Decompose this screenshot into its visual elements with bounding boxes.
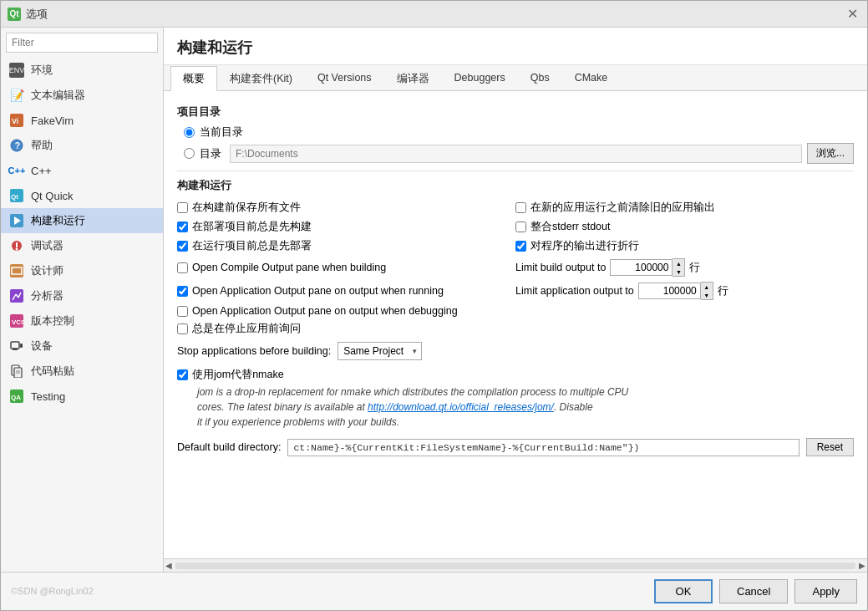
jom-desc1-text: jom is a drop-in replacement for nmake w… (197, 386, 628, 398)
svg-text:QA: QA (11, 394, 21, 401)
sidebar-item-codepaste[interactable]: 代码粘贴 (1, 359, 163, 384)
cb-ask-before-stop[interactable] (177, 323, 188, 334)
svg-text:?: ? (15, 140, 21, 150)
sidebar-item-text-editor[interactable]: 📝 文本编辑器 (1, 83, 163, 108)
sidebar-label-help: 帮助 (31, 138, 53, 153)
tab-compilers[interactable]: 编译器 (384, 66, 442, 91)
limit-app-arrows: ▲ ▼ (701, 282, 713, 300)
radio-current-dir[interactable] (184, 127, 195, 138)
scroll-track[interactable] (175, 563, 855, 569)
stop-apps-dropdown-wrap: Same Project All None (338, 342, 422, 360)
sidebar-item-env[interactable]: ENV 环境 (1, 58, 163, 83)
cb-save-before-build-label: 在构建前保存所有文件 (192, 201, 301, 215)
limit-build-down[interactable]: ▼ (673, 267, 684, 276)
scroll-right-arrow[interactable]: ▶ (859, 561, 865, 570)
sidebar-label-cpp: C++ (31, 165, 52, 177)
codepaste-icon (9, 364, 24, 379)
check-open-compile-output: Open Compile Output pane when building (177, 256, 515, 279)
sidebar-item-designer[interactable]: 设计师 (1, 258, 163, 283)
limit-build-label: Limit build output to (515, 262, 606, 273)
sidebar-item-testing[interactable]: QA Testing (1, 384, 163, 409)
cb-clear-output[interactable] (515, 202, 526, 213)
apply-button[interactable]: Apply (794, 579, 857, 603)
empty-right (515, 303, 854, 319)
limit-app-suffix: 行 (718, 284, 728, 298)
sidebar-label-devices: 设备 (31, 339, 53, 354)
cb-build-before-deploy[interactable] (177, 221, 188, 232)
cb-run-before-deploy[interactable] (177, 241, 188, 252)
dialog-title: 选项 (26, 7, 48, 22)
sidebar-item-vcs[interactable]: VCS 版本控制 (1, 308, 163, 334)
svg-text:Vi: Vi (12, 117, 18, 125)
close-button[interactable]: ✕ (844, 6, 860, 23)
jom-url-link[interactable]: http://download.qt.io/official_releases/… (368, 401, 554, 413)
cb-open-app-output-running-label: Open Application Output pane on output w… (192, 285, 444, 297)
ok-button[interactable]: OK (654, 579, 713, 603)
horizontal-scrollbar: ◀ ▶ (164, 558, 867, 572)
sidebar-item-buildrun[interactable]: 构建和运行 (1, 208, 163, 233)
limit-app-input[interactable] (638, 283, 701, 299)
sidebar-item-devices[interactable]: 设备 (1, 334, 163, 359)
jom-desc1: jom is a drop-in replacement for nmake w… (197, 386, 628, 398)
limit-app-up[interactable]: ▲ (701, 283, 713, 291)
tab-cmake[interactable]: CMake (562, 66, 621, 91)
check-use-jom: 使用jom代替nmake (177, 365, 854, 384)
cb-open-app-output-debugging[interactable] (177, 306, 188, 317)
project-dir-title: 项目目录 (177, 104, 854, 120)
sidebar-item-debugger[interactable]: 调试器 (1, 233, 163, 258)
cancel-button[interactable]: Cancel (719, 579, 788, 603)
stop-apps-label: Stop applications before building: (177, 345, 331, 357)
sidebar-item-fakevim[interactable]: Vi FakeVim (1, 108, 163, 133)
cb-merge-stderr-label: 整合stderr stdout (530, 220, 610, 234)
dir-path-input[interactable] (230, 145, 802, 163)
sidebar-item-qtquick[interactable]: Qt Qt Quick (1, 183, 163, 208)
build-dir-label: Default build directory: (177, 441, 281, 453)
browse-button[interactable]: 浏览... (807, 143, 854, 164)
sidebar-label-env: 环境 (31, 63, 53, 78)
radio-custom-dir[interactable] (184, 148, 195, 159)
cb-use-jom[interactable] (177, 369, 188, 380)
limit-build-up[interactable]: ▲ (673, 259, 684, 267)
title-bar: Qt 选项 ✕ (1, 1, 867, 28)
jom-desc3: it if you experience problems with your … (197, 416, 399, 428)
scroll-left-arrow[interactable]: ◀ (165, 561, 172, 570)
tabs-bar: 概要 构建套件(Kit) Qt Versions 编译器 Debuggers Q… (164, 65, 867, 91)
cb-merge-stderr[interactable] (515, 221, 526, 232)
cb-ask-before-stop-label: 总是在停止应用前询问 (192, 322, 301, 336)
svg-rect-20 (13, 349, 18, 350)
sidebar-item-help[interactable]: ? 帮助 (1, 133, 163, 158)
build-dir-input[interactable] (287, 439, 799, 456)
sidebar-item-cpp[interactable]: C++ C++ (1, 158, 163, 183)
buildrun-icon (9, 213, 24, 228)
sidebar: ENV 环境 📝 文本编辑器 Vi FakeVim (1, 28, 164, 572)
debugger-icon (9, 238, 24, 253)
radio-custom-dir-row: 目录 浏览... (184, 143, 854, 164)
cb-open-app-output-running[interactable] (177, 286, 188, 297)
tab-qbs[interactable]: Qbs (518, 66, 562, 91)
sidebar-label-vcs: 版本控制 (31, 313, 74, 328)
stop-apps-select[interactable]: Same Project All None (338, 342, 422, 360)
svg-rect-19 (11, 342, 19, 349)
cb-wrap-output[interactable] (515, 241, 526, 252)
sidebar-item-analyzer[interactable]: 分析器 (1, 283, 163, 308)
env-icon: ENV (9, 63, 24, 78)
title-bar-left: Qt 选项 (8, 7, 48, 22)
tab-overview[interactable]: 概要 (170, 66, 217, 91)
svg-text:Qt: Qt (11, 193, 18, 201)
filter-input[interactable] (6, 33, 158, 53)
cb-open-compile-output[interactable] (177, 262, 188, 273)
cb-save-before-build[interactable] (177, 202, 188, 213)
build-dir-row: Default build directory: Reset (177, 438, 854, 456)
tab-kit[interactable]: 构建套件(Kit) (217, 66, 305, 91)
tab-debuggers[interactable]: Debuggers (442, 66, 518, 91)
devices-icon (9, 339, 24, 354)
limit-build-input[interactable] (610, 259, 673, 276)
reset-button[interactable]: Reset (806, 438, 854, 456)
sidebar-label-designer: 设计师 (31, 263, 63, 278)
limit-app-down[interactable]: ▼ (701, 291, 713, 299)
cpp-icon: C++ (9, 163, 24, 178)
stop-apps-row: Stop applications before building: Same … (177, 342, 854, 360)
check-run-before-deploy: 在运行项目前总是先部署 (177, 237, 515, 256)
right-panel: 构建和运行 概要 构建套件(Kit) Qt Versions 编译器 Debug… (164, 28, 867, 572)
tab-qt-versions[interactable]: Qt Versions (305, 66, 384, 91)
